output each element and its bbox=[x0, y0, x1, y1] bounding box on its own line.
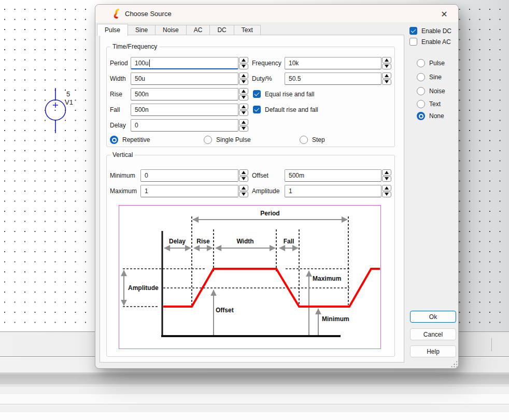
radio-unselected-icon bbox=[417, 87, 425, 95]
enable-ac-checkbox[interactable]: Enable AC bbox=[409, 38, 451, 46]
amplitude-spinner[interactable] bbox=[382, 185, 391, 197]
maximum-input[interactable]: 1 bbox=[140, 185, 238, 197]
tab-pulse[interactable]: Pulse bbox=[97, 24, 128, 36]
tab-ac[interactable]: AC bbox=[187, 25, 210, 35]
equal-rise-fall-label: Equal rise and fall bbox=[265, 91, 314, 98]
spin-up-button[interactable] bbox=[239, 169, 248, 176]
band-divider bbox=[491, 338, 492, 351]
radio-repetitive[interactable]: Repetitive bbox=[110, 136, 150, 144]
radio-unselected-icon bbox=[417, 59, 425, 67]
dialog-title: Choose Source bbox=[125, 10, 172, 18]
time-frequency-legend: Time/Frequency bbox=[110, 43, 159, 50]
spin-up-button[interactable] bbox=[239, 88, 248, 94]
spin-down-button[interactable] bbox=[239, 95, 248, 101]
voltage-source-symbol[interactable] bbox=[44, 88, 68, 136]
radio-source-pulse[interactable]: Pulse bbox=[417, 59, 445, 67]
minimum-spinner[interactable] bbox=[239, 169, 248, 182]
status-band bbox=[0, 387, 509, 394]
tab-noise[interactable]: Noise bbox=[155, 25, 187, 35]
width-input[interactable]: 50u bbox=[131, 73, 238, 85]
spin-down-button[interactable] bbox=[239, 192, 248, 198]
radio-step[interactable]: Step bbox=[300, 136, 325, 144]
maximum-spinner[interactable] bbox=[239, 185, 248, 197]
default-rise-fall-label: Default rise and fall bbox=[265, 106, 318, 113]
offset-spinner[interactable] bbox=[382, 169, 391, 182]
radio-source-text[interactable]: Text bbox=[417, 100, 441, 108]
component-name-label[interactable]: V1 bbox=[65, 98, 73, 106]
diagram-delay-label: Delay bbox=[169, 238, 186, 245]
spin-up-button[interactable] bbox=[382, 185, 391, 191]
rise-input[interactable]: 500n bbox=[131, 88, 238, 100]
spin-up-button[interactable] bbox=[239, 57, 248, 63]
frequency-input[interactable]: 10k bbox=[285, 57, 381, 69]
pulse-waveform-diagram: Period Delay Rise Width Fall Amplitude O… bbox=[119, 205, 381, 349]
spin-down-button[interactable] bbox=[382, 79, 391, 85]
diagram-maximum-label: Maximum bbox=[313, 275, 341, 282]
radio-source-sine[interactable]: Sine bbox=[417, 73, 442, 81]
delay-value: 0 bbox=[135, 122, 138, 129]
tab-text[interactable]: Text bbox=[234, 25, 261, 35]
equal-rise-fall-checkbox[interactable]: Equal rise and fall bbox=[253, 90, 314, 98]
spin-up-button[interactable] bbox=[382, 73, 391, 79]
rise-spinner[interactable] bbox=[239, 88, 248, 100]
amplitude-input[interactable]: 1 bbox=[285, 185, 381, 197]
source-text-label: Text bbox=[429, 100, 441, 108]
spin-down-button[interactable] bbox=[239, 126, 248, 132]
tab-dc[interactable]: DC bbox=[210, 25, 234, 35]
resize-grip[interactable] bbox=[450, 360, 457, 367]
taskbar-band bbox=[0, 374, 509, 384]
maximum-value: 1 bbox=[145, 187, 148, 195]
diagram-period-label: Period bbox=[260, 210, 279, 217]
close-icon[interactable]: ✕ bbox=[439, 8, 450, 20]
minimum-label: Minimum bbox=[110, 169, 135, 182]
vertical-legend: Vertical bbox=[110, 151, 135, 158]
single-pulse-label: Single Pulse bbox=[216, 136, 251, 143]
frequency-label: Frequency bbox=[252, 57, 281, 69]
radio-source-noise[interactable]: Noise bbox=[417, 87, 445, 95]
fall-input[interactable]: 500n bbox=[131, 104, 238, 116]
radio-selected-icon bbox=[417, 112, 425, 120]
offset-input[interactable]: 500m bbox=[285, 169, 381, 182]
help-button[interactable]: Help bbox=[410, 345, 456, 357]
component-value-label[interactable]: 5 bbox=[66, 90, 70, 98]
dialog-titlebar[interactable]: Choose Source ✕ bbox=[95, 5, 458, 22]
amplitude-value: 1 bbox=[289, 187, 292, 195]
step-label: Step bbox=[312, 136, 325, 143]
width-label: Width bbox=[110, 73, 126, 85]
spin-up-button[interactable] bbox=[239, 119, 248, 125]
delay-spinner[interactable] bbox=[239, 119, 248, 132]
spin-up-button[interactable] bbox=[382, 57, 391, 63]
period-spinner[interactable] bbox=[239, 57, 248, 69]
spin-down-button[interactable] bbox=[239, 64, 248, 70]
duty-input[interactable]: 50.5 bbox=[285, 73, 381, 85]
amplitude-label: Amplitude bbox=[252, 185, 279, 197]
period-input[interactable]: 100u bbox=[131, 57, 238, 69]
minimum-input[interactable]: 0 bbox=[140, 169, 238, 182]
spin-down-button[interactable] bbox=[239, 110, 248, 117]
frequency-spinner[interactable] bbox=[382, 57, 391, 69]
tab-sine[interactable]: Sine bbox=[128, 25, 155, 35]
radio-source-none[interactable]: None bbox=[417, 112, 444, 120]
spin-down-button[interactable] bbox=[382, 192, 391, 198]
spin-down-button[interactable] bbox=[382, 64, 391, 70]
spin-down-button[interactable] bbox=[239, 176, 248, 182]
delay-input[interactable]: 0 bbox=[131, 119, 238, 132]
cancel-button[interactable]: Cancel bbox=[410, 328, 456, 340]
width-spinner[interactable] bbox=[239, 73, 248, 85]
spin-up-button[interactable] bbox=[239, 73, 248, 79]
duty-spinner[interactable] bbox=[382, 73, 391, 85]
default-rise-fall-checkbox[interactable]: Default rise and fall bbox=[253, 106, 318, 113]
spin-down-button[interactable] bbox=[239, 79, 248, 85]
radio-single-pulse[interactable]: Single Pulse bbox=[204, 136, 251, 144]
spin-up-button[interactable] bbox=[239, 104, 248, 110]
offset-label: Offset bbox=[252, 169, 268, 182]
enable-dc-checkbox[interactable]: Enable DC bbox=[409, 27, 451, 35]
spin-up-button[interactable] bbox=[239, 185, 248, 191]
spin-down-button[interactable] bbox=[382, 176, 391, 182]
radio-unselected-icon bbox=[417, 100, 425, 108]
spin-up-button[interactable] bbox=[382, 169, 391, 176]
choose-source-dialog: Choose Source ✕ Pulse Sine Noise AC DC T… bbox=[95, 4, 459, 369]
diagram-rise-label: Rise bbox=[196, 238, 210, 245]
fall-spinner[interactable] bbox=[239, 104, 248, 116]
ok-button[interactable]: Ok bbox=[410, 311, 456, 323]
